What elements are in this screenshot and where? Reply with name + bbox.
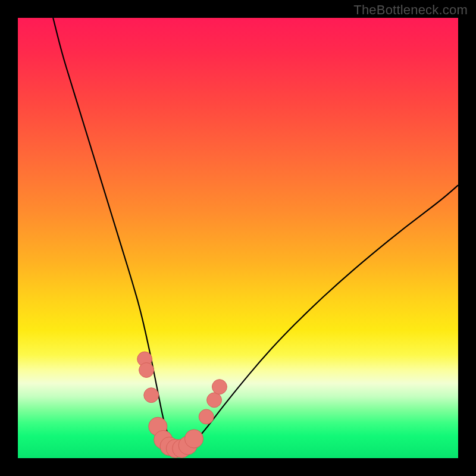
bottleneck-curve	[53, 18, 458, 449]
curve-marker	[212, 380, 227, 394]
chart-overlay	[18, 18, 458, 458]
curve-marker	[144, 388, 159, 403]
curve-marker	[139, 363, 154, 378]
curve-marker	[199, 409, 214, 424]
curve-marker	[184, 430, 203, 448]
watermark-text: TheBottleneck.com	[353, 2, 468, 18]
curve-marker	[207, 393, 222, 408]
chart-frame: TheBottleneck.com	[0, 0, 476, 476]
curve-markers	[137, 352, 227, 458]
